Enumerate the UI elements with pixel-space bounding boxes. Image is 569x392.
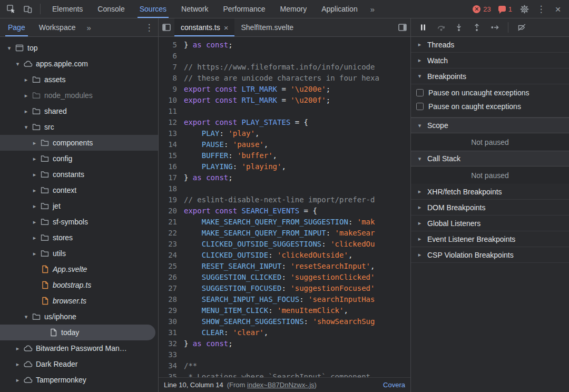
line-number[interactable]: 6 [159,51,184,62]
tree-item-context[interactable]: ▸context [0,182,158,198]
section-scope[interactable]: ▾Scope [411,117,569,133]
chevron-down-icon[interactable]: ▾ [5,45,13,52]
code-line[interactable]: 20export const SEARCH_EVENTS = { [159,205,410,217]
settings-gear-icon[interactable] [516,2,532,16]
chevron-right-icon[interactable]: ▸ [22,76,30,83]
more-navigator-tabs-icon[interactable]: » [82,23,95,32]
tree-item-src[interactable]: ▾src [0,119,158,135]
tree-item-config[interactable]: ▸config [0,151,158,166]
section-watch[interactable]: ▸Watch [411,53,569,68]
code-line[interactable]: 22 MAKE_SEARCH_QUERY_FROM_INPUT: 'makeSe… [159,228,410,239]
navigator-menu-icon[interactable]: ⋮ [141,20,157,35]
checkbox-pause-on-uncaught-exceptions[interactable]: Pause on uncaught exceptions [411,86,569,100]
line-number[interactable]: 8 [159,73,184,84]
section-event-listener-breakpoints[interactable]: ▸Event Listener Breakpoints [411,231,569,247]
code-line[interactable]: 28 SEARCH_INPUT_HAS_FOCUS: 'searchInputH… [159,294,410,305]
code-line[interactable]: 34/** [159,360,410,371]
tab-console[interactable]: Console [90,0,132,18]
tab-workspace[interactable]: Workspace [32,18,83,36]
code-line[interactable]: 35 * Locations where `SearchInput` compo… [159,371,410,377]
tree-item-us-iphone[interactable]: ▾us/iphone [0,309,158,325]
tab-sources[interactable]: Sources [132,0,174,18]
code-line[interactable]: 7// https://www.fileformat.info/info/uni… [159,62,410,73]
code-line[interactable]: 14 PAUSE: 'pause', [159,139,410,150]
line-number[interactable]: 5 [159,40,184,51]
tab-performance[interactable]: Performance [215,0,272,18]
tree-item-today[interactable]: today [0,325,155,340]
chevron-right-icon[interactable]: ▸ [31,250,38,257]
tree-item-utils[interactable]: ▸utils [0,246,158,261]
device-toolbar-icon[interactable] [20,2,36,16]
code-line[interactable]: 30 SHOW_SEARCH_SUGGESTIONS: 'showSearchS… [159,316,410,327]
line-number[interactable]: 17 [159,172,184,183]
tree-item-apps-apple-com[interactable]: ▾apps.apple.com [0,56,158,72]
tree-item-node-modules[interactable]: ▸node_modules [0,87,158,103]
step-over-icon[interactable] [433,21,449,34]
checkbox-icon[interactable] [416,89,424,96]
line-number[interactable]: 22 [159,228,184,239]
section-dom-breakpoints[interactable]: ▸DOM Breakpoints [411,200,569,215]
line-number[interactable]: 11 [159,106,184,117]
chevron-right-icon[interactable]: ▸ [31,219,38,226]
line-number[interactable]: 14 [159,139,184,150]
code-line[interactable]: 19// eslint-disable-next-line import/pre… [159,194,410,205]
line-number[interactable]: 9 [159,84,184,95]
chevron-right-icon[interactable]: ▸ [31,187,38,194]
code-line[interactable]: 15 BUFFER: 'buffer', [159,150,410,161]
chevron-right-icon[interactable]: ▸ [31,234,38,241]
line-number[interactable]: 29 [159,305,184,316]
source-map-link[interactable]: index~B87DnNzwx-.js [247,381,315,389]
code-line[interactable]: 17} as const; [159,172,410,183]
tab-application[interactable]: Application [314,0,365,18]
code-line[interactable]: 5} as const; [159,40,410,51]
tree-item-browser-ts[interactable]: browser.ts [0,293,158,309]
section-csp-violation-breakpoints[interactable]: ▸CSP Violation Breakpoints [411,247,569,263]
chevron-right-icon[interactable]: ▸ [14,377,22,384]
code-line[interactable]: 13 PLAY: 'play', [159,128,410,139]
tree-item-assets[interactable]: ▸assets [0,72,158,87]
hide-navigator-icon[interactable] [159,20,174,35]
tree-item-stores[interactable]: ▸stores [0,230,158,246]
chevron-right-icon[interactable]: ▸ [14,345,22,352]
code-line[interactable]: 8// these are unicode characters in four… [159,73,410,84]
tree-item-bootstrap-ts[interactable]: bootstrap.ts [0,277,158,293]
code-line[interactable]: 31 CLEAR: 'clear', [159,327,410,338]
code-line[interactable]: 33 [159,349,410,360]
code-editor[interactable]: 5} as const;67// https://www.fileformat.… [159,37,410,377]
line-number[interactable]: 31 [159,327,184,338]
line-number[interactable]: 32 [159,338,184,349]
section-global-listeners[interactable]: ▸Global Listeners [411,215,569,231]
chevron-right-icon[interactable]: ▸ [22,108,30,115]
code-line[interactable]: 18 [159,183,410,194]
chevron-right-icon[interactable]: ▸ [31,140,38,146]
code-line[interactable]: 29 MENU_ITEM_CLICK: 'menuItemClick', [159,305,410,316]
code-line[interactable]: 26 SUGGESTION_CLICKED: 'suggestionClicke… [159,272,410,283]
code-line[interactable]: 32} as const; [159,338,410,349]
line-number[interactable]: 33 [159,349,184,360]
tab-page[interactable]: Page [1,18,32,36]
tab-memory[interactable]: Memory [273,0,315,18]
line-number[interactable]: 12 [159,117,184,128]
chevron-down-icon[interactable]: ▾ [14,61,22,67]
tree-item-bitwarden-password-man[interactable]: ▸Bitwarden Password Man… [0,340,158,356]
tab-network[interactable]: Network [174,0,215,18]
tree-item-sf-symbols[interactable]: ▸sf-symbols [0,214,158,230]
code-line[interactable]: 12export const PLAY_STATES = { [159,117,410,128]
line-number[interactable]: 26 [159,272,184,283]
tree-item-top[interactable]: ▾top [0,40,158,56]
code-line[interactable]: 23 CLICKED_OUTSIDE_SUGGESTIONS: 'clicked… [159,239,410,250]
error-badge[interactable]: ✕ 23 [469,5,494,13]
chevron-right-icon[interactable]: ▸ [22,92,30,99]
line-number[interactable]: 7 [159,62,184,73]
tree-item-app-svelte[interactable]: App.svelte [0,261,158,277]
show-debugger-sidebar-icon[interactable] [395,20,410,35]
chevron-right-icon[interactable]: ▸ [14,361,22,368]
code-line[interactable]: 10export const RTL_MARK = '\u200f'; [159,95,410,106]
tree-item-shared[interactable]: ▸shared [0,103,158,119]
line-number[interactable]: 25 [159,261,184,272]
section-threads[interactable]: ▸Threads [411,37,569,53]
code-line[interactable]: 6 [159,51,410,62]
line-number[interactable]: 24 [159,250,184,261]
tree-item-dark-reader[interactable]: ▸Dark Reader [0,356,158,372]
line-number[interactable]: 20 [159,205,184,217]
